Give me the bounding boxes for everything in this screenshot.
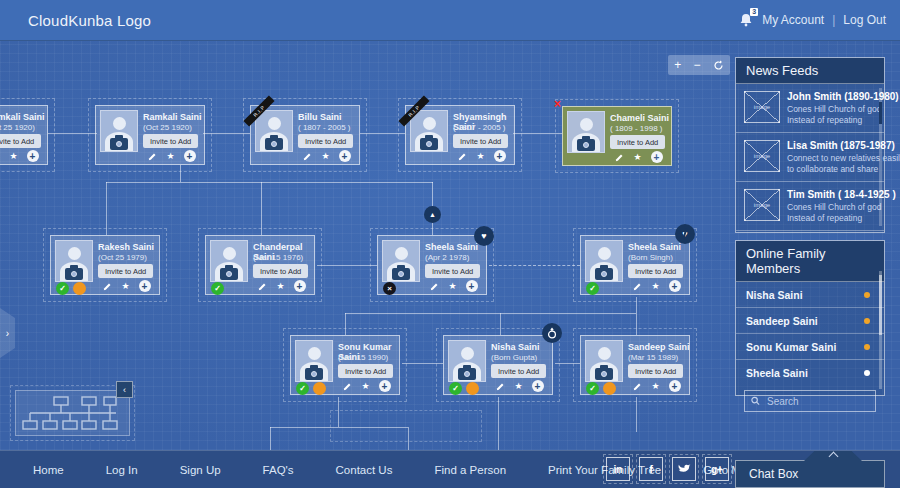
edit-icon[interactable] bbox=[458, 152, 467, 161]
person-photo[interactable] bbox=[100, 110, 138, 152]
star-icon[interactable]: ★ bbox=[361, 380, 369, 392]
add-person-icon[interactable]: + bbox=[669, 380, 681, 392]
edit-icon[interactable] bbox=[258, 282, 267, 291]
edit-icon[interactable] bbox=[430, 282, 439, 291]
chat-box[interactable]: Chat Box bbox=[735, 460, 885, 488]
person-card[interactable]: R.I.P Billu Saini ( 1807 - 2005 ) Invite… bbox=[250, 105, 360, 165]
person-card[interactable]: Sandeep Saini (Mar 15 1989) Invite to Ad… bbox=[580, 335, 690, 395]
camera-icon[interactable] bbox=[220, 268, 238, 280]
zoom-in-button[interactable]: + bbox=[674, 56, 681, 74]
add-person-icon[interactable]: + bbox=[184, 150, 196, 162]
edit-icon[interactable] bbox=[148, 152, 157, 161]
member-search-box[interactable] bbox=[744, 390, 876, 412]
camera-icon[interactable] bbox=[595, 368, 613, 380]
news-feed-item[interactable]: image Lisa Smith (1875-1987) Connect to … bbox=[736, 133, 884, 182]
online-member-row[interactable]: Sonu Kumar Saini bbox=[736, 334, 884, 360]
invite-to-add-button[interactable]: Invite to Add bbox=[338, 364, 393, 378]
nav-log-in[interactable]: Log In bbox=[85, 464, 159, 476]
camera-icon[interactable] bbox=[265, 138, 283, 150]
edit-icon[interactable] bbox=[103, 282, 112, 291]
person-card[interactable]: Chanderpal Saini (Mar 15 1976) Invite to… bbox=[205, 235, 315, 295]
news-feed-item[interactable]: image John Smith (1890-1980) Cones Hill … bbox=[736, 84, 884, 133]
invite-to-add-button[interactable]: Invite to Add bbox=[0, 134, 41, 148]
person-card[interactable]: ♥ Sheela Saini (Apr 2 1978) Invite to Ad… bbox=[377, 235, 487, 295]
star-icon[interactable]: ★ bbox=[633, 151, 641, 163]
nav-sign-up[interactable]: Sign Up bbox=[159, 464, 242, 476]
camera-icon[interactable] bbox=[577, 139, 595, 151]
members-scrollbar[interactable] bbox=[879, 271, 882, 389]
nav-faqs[interactable]: FAQ's bbox=[242, 464, 315, 476]
invite-to-add-button[interactable]: Invite to Add bbox=[453, 134, 508, 148]
news-feed-item[interactable]: image Tim Smith ( 18-4-1925 ) Cones Hill… bbox=[736, 182, 884, 231]
person-photo[interactable] bbox=[585, 240, 623, 282]
person-photo[interactable] bbox=[448, 340, 486, 382]
news-scrollbar[interactable] bbox=[879, 88, 882, 226]
search-input[interactable] bbox=[765, 395, 869, 408]
expand-left-panel-button[interactable]: › bbox=[0, 308, 15, 358]
online-member-row[interactable]: Sheela Saini bbox=[736, 360, 884, 385]
person-card[interactable]: Ramkali Saini (Oct 25 1920) Invite to Ad… bbox=[0, 105, 48, 165]
star-icon[interactable]: ★ bbox=[321, 150, 329, 162]
invite-to-add-button[interactable]: Invite to Add bbox=[143, 134, 198, 148]
person-card[interactable]: ♥ Sheela Saini (Born Singh) Invite to Ad… bbox=[580, 235, 690, 295]
nav-contact-us[interactable]: Contact Us bbox=[315, 464, 414, 476]
edit-icon[interactable] bbox=[633, 282, 642, 291]
camera-icon[interactable] bbox=[420, 138, 438, 150]
edit-icon[interactable] bbox=[633, 382, 642, 391]
twitter-icon[interactable] bbox=[672, 457, 696, 481]
person-card[interactable]: Rakesh Saini (Oct 25 1979) Invite to Add… bbox=[50, 235, 160, 295]
person-card[interactable]: Sonu Kumar Saini (Mar 15 1990) Invite to… bbox=[290, 335, 400, 395]
edit-icon[interactable] bbox=[615, 153, 624, 162]
camera-icon[interactable] bbox=[305, 368, 323, 380]
person-photo[interactable] bbox=[295, 340, 333, 382]
star-icon[interactable]: ★ bbox=[651, 280, 659, 292]
camera-icon[interactable] bbox=[392, 268, 410, 280]
add-person-icon[interactable]: + bbox=[466, 280, 478, 292]
camera-icon[interactable] bbox=[65, 268, 83, 280]
invite-to-add-button[interactable]: Invite to Add bbox=[610, 135, 665, 149]
collapse-minimap-button[interactable]: ‹ bbox=[116, 381, 133, 398]
person-photo[interactable] bbox=[382, 240, 420, 282]
star-icon[interactable]: ★ bbox=[651, 380, 659, 392]
invite-to-add-button[interactable]: Invite to Add bbox=[298, 134, 353, 148]
add-person-icon[interactable]: + bbox=[494, 150, 506, 162]
my-account-link[interactable]: My Account bbox=[762, 13, 824, 27]
delete-icon[interactable]: × bbox=[554, 97, 561, 111]
add-person-icon[interactable]: + bbox=[294, 280, 306, 292]
star-icon[interactable]: ★ bbox=[476, 150, 484, 162]
google-plus-icon[interactable]: g+ bbox=[705, 457, 729, 481]
star-icon[interactable]: ★ bbox=[121, 280, 129, 292]
person-card[interactable]: R.I.P Shyamsingh Saini ( 1807 - 2005 ) I… bbox=[405, 105, 515, 165]
facebook-icon[interactable]: f bbox=[639, 457, 663, 481]
add-person-icon[interactable]: + bbox=[27, 150, 39, 162]
linkedin-icon[interactable]: in bbox=[606, 457, 630, 481]
add-person-icon[interactable]: + bbox=[139, 280, 151, 292]
invite-to-add-button[interactable]: Invite to Add bbox=[425, 264, 480, 278]
nav-find-a-person[interactable]: Find a Person bbox=[413, 464, 527, 476]
person-card[interactable]: Nisha Saini (Born Gupta) Invite to Add ★… bbox=[443, 335, 553, 395]
person-photo[interactable] bbox=[55, 240, 93, 282]
star-icon[interactable]: ★ bbox=[514, 380, 522, 392]
nav-home[interactable]: Home bbox=[12, 464, 85, 476]
add-person-icon[interactable]: + bbox=[339, 150, 351, 162]
add-person-icon[interactable]: + bbox=[379, 380, 391, 392]
invite-to-add-button[interactable]: Invite to Add bbox=[628, 364, 683, 378]
person-photo[interactable] bbox=[255, 110, 293, 152]
star-icon[interactable]: ★ bbox=[276, 280, 284, 292]
add-person-icon[interactable]: + bbox=[669, 280, 681, 292]
invite-to-add-button[interactable]: Invite to Add bbox=[628, 264, 683, 278]
star-icon[interactable]: ★ bbox=[166, 150, 174, 162]
notifications-bell-icon[interactable]: 3 bbox=[738, 12, 754, 28]
invite-to-add-button[interactable]: Invite to Add bbox=[491, 364, 546, 378]
person-card-selected[interactable]: × Chameli Saini ( 1809 - 1998 ) Invite t… bbox=[562, 106, 672, 166]
camera-icon[interactable] bbox=[458, 368, 476, 380]
person-photo[interactable] bbox=[567, 111, 605, 153]
edit-icon[interactable] bbox=[303, 152, 312, 161]
online-member-row[interactable]: Nisha Saini bbox=[736, 282, 884, 308]
edit-icon[interactable] bbox=[343, 382, 352, 391]
edit-icon[interactable] bbox=[496, 382, 505, 391]
camera-icon[interactable] bbox=[110, 138, 128, 150]
person-photo[interactable] bbox=[410, 110, 448, 152]
invite-to-add-button[interactable]: Invite to Add bbox=[253, 264, 308, 278]
online-member-row[interactable]: Sandeep Saini bbox=[736, 308, 884, 334]
